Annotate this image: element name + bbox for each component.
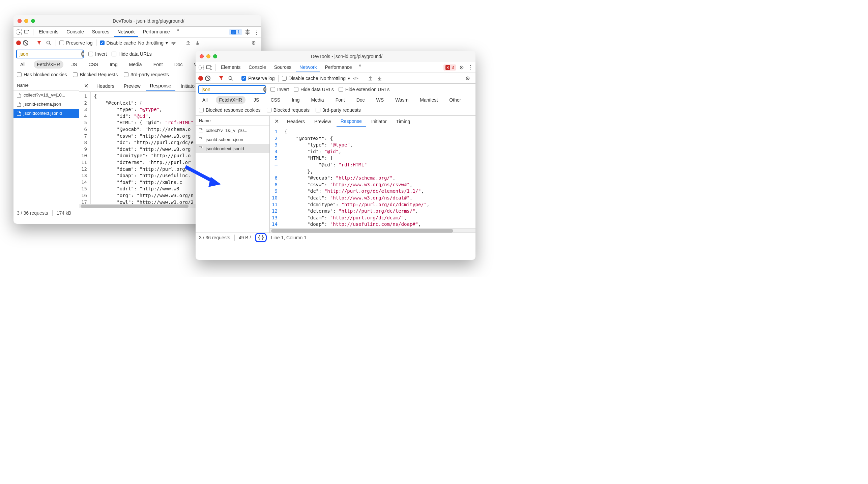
type-all[interactable]: All (17, 60, 29, 69)
network-conditions-icon[interactable] (170, 39, 177, 47)
type-fetchxhr[interactable]: Fetch/XHR (34, 60, 63, 69)
detail-tab-response[interactable]: Response (337, 116, 366, 127)
detail-tab-preview[interactable]: Preview (120, 81, 145, 91)
type-media[interactable]: Media (308, 96, 327, 104)
request-row[interactable]: jsonldcontext.jsonld (13, 109, 79, 118)
tab-performance[interactable]: Performance (139, 27, 173, 37)
tab-console[interactable]: Console (63, 27, 87, 37)
request-row[interactable]: collect?v=1&_v=j10... (13, 90, 79, 100)
request-row[interactable]: jsonld-schema.json (196, 135, 269, 144)
close-window-button[interactable] (200, 54, 204, 58)
type-manifest[interactable]: Manifest (416, 96, 441, 104)
close-detail-icon[interactable]: ✕ (272, 118, 282, 125)
import-har-icon[interactable] (184, 39, 192, 47)
tab-sources[interactable]: Sources (271, 62, 295, 72)
type-fetchxhr[interactable]: Fetch/XHR (216, 96, 245, 104)
search-icon[interactable] (227, 75, 234, 82)
tab-elements[interactable]: Elements (35, 27, 62, 37)
filter-input[interactable]: ✕ (198, 85, 266, 94)
type-doc[interactable]: Doc (353, 96, 368, 104)
request-row[interactable]: collect?v=1&_v=j10... (196, 126, 269, 135)
tab-console[interactable]: Console (245, 62, 269, 72)
name-column-header[interactable]: Name (13, 80, 79, 90)
detail-tab-headers[interactable]: Headers (283, 117, 309, 126)
settings-icon[interactable] (244, 28, 251, 36)
type-css[interactable]: CSS (85, 60, 102, 69)
clear-button[interactable] (23, 40, 28, 46)
blocked-cookies-checkbox[interactable]: Has blocked cookies (17, 72, 67, 77)
pretty-print-button[interactable]: { } (255, 233, 267, 242)
issues-badge[interactable]: 1 (229, 29, 242, 35)
detail-tab-initiator[interactable]: Initiator (367, 117, 391, 126)
import-har-icon[interactable] (367, 75, 374, 82)
name-column-header[interactable]: Name (196, 116, 269, 126)
type-img[interactable]: Img (106, 60, 121, 69)
maximize-window-button[interactable] (31, 19, 35, 23)
type-js[interactable]: JS (250, 96, 262, 104)
settings-icon[interactable] (458, 64, 465, 71)
device-toolbar-icon[interactable] (24, 28, 31, 36)
clear-filter-icon[interactable]: ✕ (263, 87, 266, 92)
inspect-icon[interactable] (16, 28, 23, 36)
blocked-requests-checkbox[interactable]: Blocked requests (267, 107, 310, 113)
preserve-log-checkbox[interactable]: ✓Preserve log (241, 76, 275, 81)
tab-sources[interactable]: Sources (89, 27, 113, 37)
clear-filter-icon[interactable]: ✕ (81, 51, 84, 57)
type-font[interactable]: Font (150, 60, 166, 69)
record-button[interactable] (198, 76, 203, 81)
type-css[interactable]: CSS (267, 96, 284, 104)
tab-network[interactable]: Network (296, 62, 320, 72)
code-lines[interactable]: { "@context": { "type": "@type", "id": "… (281, 127, 430, 228)
close-window-button[interactable] (18, 19, 22, 23)
horizontal-scrollbar[interactable] (270, 228, 475, 233)
tab-elements[interactable]: Elements (218, 62, 244, 72)
type-doc[interactable]: Doc (171, 60, 186, 69)
device-toolbar-icon[interactable] (206, 64, 213, 71)
code-lines[interactable]: { "@context": { "type": "@type", "id": "… (91, 92, 194, 204)
disable-cache-checkbox[interactable]: ✓Disable cache (100, 40, 136, 46)
type-js[interactable]: JS (68, 60, 80, 69)
network-settings-icon[interactable] (250, 39, 257, 47)
disable-cache-checkbox[interactable]: Disable cache (282, 76, 318, 81)
hide-extension-urls-checkbox[interactable]: Hide extension URLs (339, 87, 390, 92)
export-har-icon[interactable] (194, 39, 201, 47)
detail-tab-preview[interactable]: Preview (310, 117, 335, 126)
third-party-checkbox[interactable]: 3rd-party requests (316, 107, 361, 113)
hide-data-urls-checkbox[interactable]: Hide data URLs (112, 51, 152, 57)
tab-network[interactable]: Network (114, 27, 138, 37)
type-wasm[interactable]: Wasm (392, 96, 412, 104)
type-font[interactable]: Font (332, 96, 348, 104)
filter-input[interactable]: ✕ (16, 50, 84, 58)
third-party-checkbox[interactable]: 3rd-party requests (124, 72, 169, 77)
inspect-icon[interactable] (198, 64, 205, 71)
search-icon[interactable] (45, 39, 52, 47)
network-conditions-icon[interactable] (352, 75, 359, 82)
hide-data-urls-checkbox[interactable]: Hide data URLs (294, 87, 334, 92)
blocked-requests-checkbox[interactable]: Blocked Requests (73, 72, 118, 77)
minimize-window-button[interactable] (206, 54, 210, 58)
minimize-window-button[interactable] (24, 19, 28, 23)
preserve-log-checkbox[interactable]: Preserve log (59, 40, 93, 46)
export-har-icon[interactable] (376, 75, 383, 82)
record-button[interactable] (16, 41, 21, 45)
network-settings-icon[interactable] (464, 75, 471, 82)
request-row[interactable]: jsonld-schema.json (13, 100, 79, 109)
detail-tab-timing[interactable]: Timing (392, 117, 414, 126)
type-img[interactable]: Img (288, 96, 303, 104)
type-ws[interactable]: WS (373, 96, 387, 104)
more-tabs-icon[interactable]: » (357, 62, 364, 72)
detail-tab-response[interactable]: Response (146, 81, 175, 91)
blocked-cookies-checkbox[interactable]: Blocked response cookies (199, 107, 261, 113)
type-media[interactable]: Media (126, 60, 145, 69)
maximize-window-button[interactable] (213, 54, 217, 58)
invert-checkbox[interactable]: Invert (270, 87, 289, 92)
throttling-select[interactable]: No throttling▾ (138, 40, 168, 46)
close-detail-icon[interactable]: ✕ (81, 83, 91, 89)
request-row[interactable]: jsonldcontext.jsonld (196, 144, 269, 153)
filter-icon[interactable] (35, 39, 43, 47)
clear-button[interactable] (205, 76, 210, 81)
filter-icon[interactable] (218, 75, 225, 82)
type-all[interactable]: All (199, 96, 211, 104)
type-other[interactable]: Other (446, 96, 464, 104)
tab-performance[interactable]: Performance (321, 62, 355, 72)
